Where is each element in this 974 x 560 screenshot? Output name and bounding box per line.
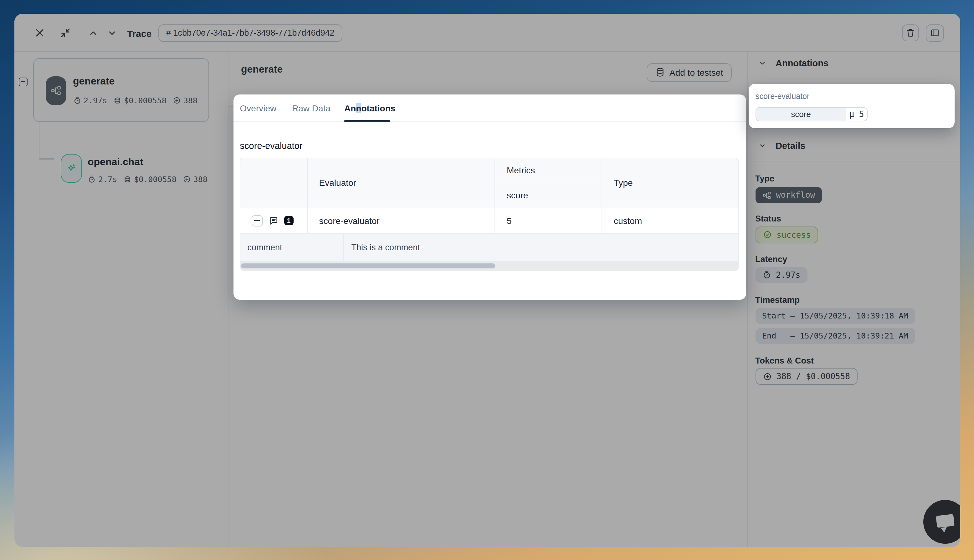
table-header: Evaluator Metrics score Type <box>241 158 738 207</box>
metric-name: score <box>756 108 846 121</box>
text-selection: n <box>356 103 361 113</box>
row-tools-cell: 1 <box>241 208 308 233</box>
header-tools-col <box>241 158 308 207</box>
annotations-table: Evaluator Metrics score Type <box>240 157 739 261</box>
tab-overview[interactable]: Overview <box>240 95 277 122</box>
row-collapse-toggle[interactable] <box>252 215 263 226</box>
page-background: Trace # 1cbb70e7-34a1-7bb7-3498-771b7d46… <box>0 0 974 560</box>
comment-bubble-icon[interactable] <box>269 215 279 225</box>
comment-key: comment <box>241 234 344 261</box>
cell-score: 5 <box>495 208 602 233</box>
header-metrics: Metrics <box>495 158 602 183</box>
active-tab-underline <box>344 120 390 122</box>
table-row: 1 score-evaluator 5 custom <box>241 207 738 233</box>
tab-annotations[interactable]: Annotations <box>344 95 395 122</box>
cell-type: custom <box>602 208 738 233</box>
tab-bar: Overview Raw Data Annotations <box>233 95 746 122</box>
tab-raw-data[interactable]: Raw Data <box>292 95 330 122</box>
score-metric-pill[interactable]: score μ 5 <box>756 107 867 122</box>
header-metrics-group: Metrics score <box>495 158 602 207</box>
evaluator-section-title: score-evaluator <box>240 141 303 151</box>
header-evaluator: Evaluator <box>308 158 495 207</box>
annotation-evaluator-name: score-evaluator <box>756 92 809 100</box>
metric-mean-value: μ 5 <box>846 108 867 121</box>
comment-row: comment This is a comment <box>241 233 738 261</box>
header-metric-score: score <box>495 183 602 207</box>
annotations-panel: Overview Raw Data Annotations score-eval… <box>233 95 746 300</box>
comment-count-badge: 1 <box>284 216 294 225</box>
trace-modal: Trace # 1cbb70e7-34a1-7bb7-3498-771b7d46… <box>14 14 960 547</box>
scrollbar-thumb[interactable] <box>241 263 495 268</box>
annotation-score-card: score-evaluator score μ 5 <box>749 83 954 128</box>
comment-value: This is a comment <box>344 234 738 261</box>
header-type: Type <box>602 158 738 207</box>
horizontal-scrollbar <box>240 261 739 271</box>
cell-evaluator: score-evaluator <box>308 208 495 233</box>
